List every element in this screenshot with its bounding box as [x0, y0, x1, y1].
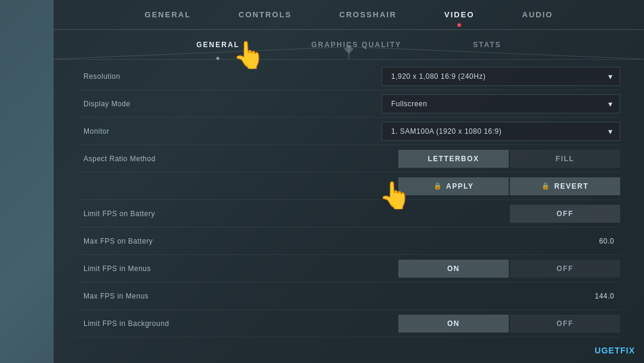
max-fps-battery-label: Max FPS on Battery [78, 237, 244, 245]
apply-label: APPLY [446, 182, 473, 190]
apply-row: 🔒 APPLY 🔒 REVERT [78, 173, 620, 200]
watermark-suffix: FIX [620, 346, 635, 355]
monitor-dropdown[interactable]: 1. SAM100A (1920 x 1080 16:9) ▾ [382, 122, 620, 141]
max-fps-battery-value: 60.0 [244, 237, 620, 245]
limit-fps-bg-row: Limit FPS in Background On Off [78, 310, 620, 337]
limit-fps-battery-off-btn[interactable]: Off [510, 205, 620, 223]
left-sidebar [0, 0, 54, 363]
max-fps-menus-value: 144.0 [244, 292, 620, 300]
aspect-ratio-row: Aspect Ratio Method Letterbox Fill [78, 145, 620, 173]
aspect-ratio-toggle: Letterbox Fill [398, 150, 620, 168]
limit-fps-bg-label: Limit FPS in Background [78, 319, 244, 328]
resolution-dropdown[interactable]: 1,920 x 1,080 16:9 (240Hz) ▾ [382, 67, 620, 86]
tab-controls[interactable]: CONTROLS [233, 7, 298, 22]
apply-group: 🔒 APPLY 🔒 REVERT [398, 177, 620, 195]
display-mode-value: Fullscreen ▾ [244, 94, 620, 113]
resolution-dropdown-text: 1,920 x 1,080 16:9 (240Hz) [391, 72, 485, 81]
resolution-value: 1,920 x 1,080 16:9 (240Hz) ▾ [244, 67, 620, 86]
limit-fps-bg-on-btn[interactable]: On [398, 315, 509, 333]
limit-fps-bg-off-btn[interactable]: Off [510, 315, 620, 333]
main-container: GENERAL CONTROLS CROSSHAIR VIDEO AUDIO G… [54, 0, 644, 363]
max-fps-battery-row: Max FPS on Battery 60.0 [78, 227, 620, 255]
sub-nav: GENERAL GRAPHICS QUALITY STATS [54, 30, 644, 60]
limit-fps-menus-value: On Off [244, 260, 620, 278]
revert-lock-icon: 🔒 [541, 182, 551, 190]
limit-fps-battery-label: Limit FPS on Battery [78, 210, 244, 218]
aspect-ratio-label: Aspect Ratio Method [78, 155, 244, 163]
limit-fps-menus-row: Limit FPS in Menus On Off [78, 255, 620, 282]
monitor-dropdown-text: 1. SAM100A (1920 x 1080 16:9) [391, 127, 501, 136]
aspect-ratio-letterbox-btn[interactable]: Letterbox [398, 150, 509, 168]
tab-audio[interactable]: AUDIO [516, 7, 559, 22]
watermark: UGETFIX [595, 345, 635, 356]
tab-video[interactable]: VIDEO [438, 7, 480, 22]
monitor-label: Monitor [78, 127, 244, 136]
resolution-dropdown-arrow: ▾ [608, 72, 613, 81]
max-fps-menus-row: Max FPS in Menus 144.0 [78, 282, 620, 310]
subnav-graphics[interactable]: GRAPHICS QUALITY [305, 38, 407, 52]
resolution-label: Resolution [78, 72, 244, 81]
limit-fps-menus-toggle: On Off [398, 260, 620, 278]
tab-general[interactable]: GENERAL [139, 7, 197, 22]
tab-crosshair[interactable]: CROSSHAIR [333, 7, 402, 22]
display-mode-label: Display Mode [78, 100, 244, 108]
limit-fps-battery-toggle: Off [510, 205, 620, 223]
limit-fps-battery-row: Limit FPS on Battery Off [78, 200, 620, 227]
display-mode-dropdown-text: Fullscreen [391, 100, 427, 108]
subnav-stats[interactable]: STATS [467, 38, 507, 52]
settings-content: Resolution 1,920 x 1,080 16:9 (240Hz) ▾ … [54, 63, 644, 337]
max-fps-battery-number: 60.0 [599, 237, 614, 245]
revert-button[interactable]: 🔒 REVERT [510, 177, 620, 195]
limit-fps-menus-label: Limit FPS in Menus [78, 264, 244, 273]
monitor-value: 1. SAM100A (1920 x 1080 16:9) ▾ [244, 122, 620, 141]
limit-fps-menus-off-btn[interactable]: Off [510, 260, 620, 278]
monitor-row: Monitor 1. SAM100A (1920 x 1080 16:9) ▾ [78, 118, 620, 145]
apply-button[interactable]: 🔒 APPLY [398, 177, 509, 195]
top-nav: GENERAL CONTROLS CROSSHAIR VIDEO AUDIO [54, 0, 644, 30]
limit-fps-bg-toggle: On Off [398, 315, 620, 333]
monitor-dropdown-arrow: ▾ [608, 127, 613, 136]
limit-fps-bg-value: On Off [244, 315, 620, 333]
section-content: Resolution 1,920 x 1,080 16:9 (240Hz) ▾ … [78, 63, 620, 337]
display-mode-row: Display Mode Fullscreen ▾ [78, 90, 620, 118]
display-mode-dropdown[interactable]: Fullscreen ▾ [382, 94, 620, 113]
revert-label: REVERT [554, 182, 589, 190]
apply-lock-icon: 🔒 [434, 182, 443, 190]
display-mode-dropdown-arrow: ▾ [608, 99, 613, 109]
aspect-ratio-fill-btn[interactable]: Fill [510, 150, 620, 168]
aspect-ratio-value: Letterbox Fill [244, 150, 620, 168]
max-fps-menus-number: 144.0 [595, 292, 614, 300]
watermark-prefix: UGET [595, 346, 620, 355]
limit-fps-battery-value: Off [244, 205, 620, 223]
watermark-text: UGETFIX [595, 346, 635, 355]
subnav-general[interactable]: GENERAL [190, 38, 246, 52]
max-fps-menus-label: Max FPS in Menus [78, 292, 244, 300]
limit-fps-menus-on-btn[interactable]: On [398, 260, 509, 278]
resolution-row: Resolution 1,920 x 1,080 16:9 (240Hz) ▾ [78, 63, 620, 90]
